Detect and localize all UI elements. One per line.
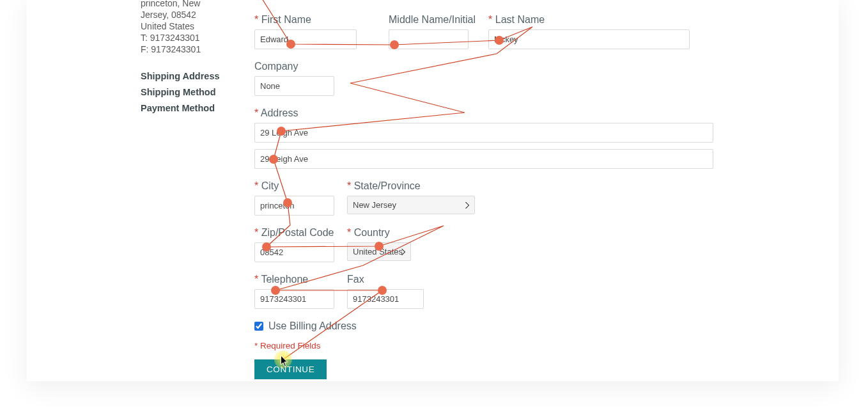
label-city: * City	[254, 180, 334, 192]
address-line1-input[interactable]	[254, 123, 713, 143]
cursor-icon	[281, 356, 289, 367]
required-fields-note: * Required Fields	[254, 341, 715, 350]
city-input[interactable]	[254, 196, 334, 216]
label-first-name: * First Name	[254, 14, 357, 26]
sidebar-link-payment-method[interactable]: Payment Method	[141, 102, 236, 114]
country-select[interactable]: United States	[347, 242, 411, 261]
sidebar-address: princeton, New Jersey, 08542 United Stat…	[141, 0, 236, 55]
label-state: * State/Province	[347, 180, 475, 192]
address-telephone: T: 9173243301	[141, 32, 236, 43]
sidebar-link-shipping-address[interactable]: Shipping Address	[141, 70, 236, 82]
state-select[interactable]: New Jersey	[347, 196, 475, 214]
label-address: * Address	[254, 107, 713, 119]
address-city-state: princeton, New	[141, 0, 236, 9]
checkout-sidebar: princeton, New Jersey, 08542 United Stat…	[141, 0, 236, 114]
address-state-zip: Jersey, 08542	[141, 9, 236, 20]
label-middle-name: Middle Name/Initial	[389, 14, 476, 26]
address-line2-input[interactable]	[254, 149, 713, 169]
address-country: United States	[141, 20, 236, 32]
company-input[interactable]	[254, 76, 334, 96]
label-country: * Country	[347, 227, 411, 239]
middle-name-input[interactable]	[389, 29, 469, 49]
last-name-input[interactable]	[488, 29, 690, 49]
use-billing-checkbox[interactable]	[254, 322, 263, 331]
sidebar-link-shipping-method[interactable]: Shipping Method	[141, 86, 236, 98]
checkout-form: * First Name Middle Name/Initial * Last …	[254, 14, 715, 379]
zip-input[interactable]	[254, 242, 334, 262]
label-use-billing: Use Billing Address	[268, 320, 357, 332]
label-telephone: * Telephone	[254, 274, 334, 285]
label-zip: * Zip/Postal Code	[254, 227, 334, 239]
label-last-name: * Last Name	[488, 14, 690, 26]
label-company: Company	[254, 61, 334, 72]
label-fax: Fax	[347, 274, 424, 285]
address-fax: F: 9173243301	[141, 43, 236, 55]
telephone-input[interactable]	[254, 289, 334, 309]
first-name-input[interactable]	[254, 29, 357, 49]
fax-input[interactable]	[347, 289, 424, 309]
